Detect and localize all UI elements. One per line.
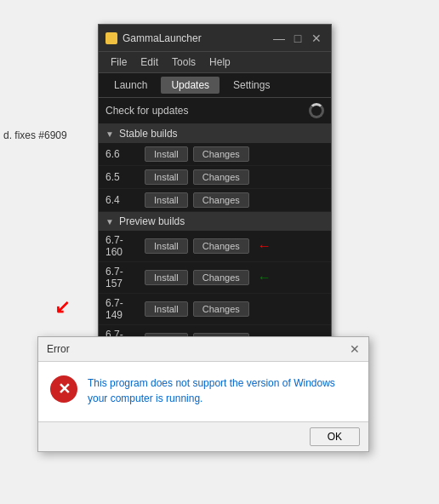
error-close-button[interactable]: ✕ — [350, 342, 360, 356]
error-message: This program does not support the versio… — [88, 375, 356, 406]
version-label-64: 6.4 — [105, 194, 140, 206]
error-body: ✕ This program does not support the vers… — [38, 362, 368, 421]
menu-edit[interactable]: Edit — [134, 54, 165, 71]
launcher-window: GammaLauncher — □ ✕ File Edit Tools Help… — [98, 24, 332, 358]
build-row-65: 6.5 Install Changes — [99, 166, 331, 189]
build-row-67-160: 6.7-160 Install Changes ← — [99, 231, 331, 262]
version-label-66: 6.6 — [105, 148, 140, 160]
install-button-65[interactable]: Install — [145, 169, 188, 185]
error-footer: OK — [38, 421, 368, 451]
changes-button-67-149[interactable]: Changes — [193, 301, 249, 317]
install-button-67-149[interactable]: Install — [145, 301, 188, 317]
error-text-highlight: Windows — [294, 377, 335, 389]
collapse-triangle-preview[interactable]: ▼ — [105, 217, 114, 226]
tab-updates[interactable]: Updates — [161, 77, 220, 94]
error-title-text: Error — [47, 343, 70, 355]
left-annotation: d. fixes #6909 — [0, 126, 71, 145]
version-label-67-160: 6.7-160 — [105, 234, 140, 258]
build-row-67-149: 6.7-149 Install Changes — [99, 294, 331, 325]
error-text-part1: This program does not support the versio… — [88, 377, 294, 389]
check-updates-row: Check for updates — [99, 98, 331, 124]
preview-builds-label: Preview builds — [119, 215, 185, 227]
tab-settings[interactable]: Settings — [223, 77, 280, 94]
changes-button-67-157[interactable]: Changes — [193, 270, 249, 285]
stable-builds-label: Stable builds — [119, 128, 178, 140]
build-row-67-157: 6.7-157 Install Changes ← — [99, 262, 331, 294]
build-row-66: 6.6 Install Changes — [99, 143, 331, 166]
changes-button-65[interactable]: Changes — [193, 169, 249, 185]
red-arrow-67-160: ← — [258, 238, 271, 254]
preview-builds-header: ▼ Preview builds — [99, 212, 331, 231]
loading-spinner — [309, 103, 324, 118]
tab-bar: Launch Updates Settings — [99, 73, 331, 98]
stable-builds-header: ▼ Stable builds — [99, 124, 331, 143]
menu-bar: File Edit Tools Help — [99, 52, 331, 73]
minimize-button[interactable]: — — [271, 32, 287, 45]
window-controls: — □ ✕ — [271, 32, 324, 45]
error-icon: ✕ — [50, 375, 77, 403]
menu-tools[interactable]: Tools — [165, 54, 202, 71]
annotation-red-arrow: ↙ — [54, 296, 70, 318]
menu-file[interactable]: File — [104, 54, 134, 71]
title-bar: GammaLauncher — □ ✕ — [99, 25, 331, 52]
menu-help[interactable]: Help — [202, 54, 237, 71]
green-arrow-67-157: ← — [258, 270, 271, 285]
changes-button-66[interactable]: Changes — [193, 146, 249, 162]
changes-button-64[interactable]: Changes — [193, 192, 249, 208]
tab-launch[interactable]: Launch — [104, 77, 157, 94]
error-text-part2: your computer is running. — [88, 392, 202, 404]
window-title: GammaLauncher — [123, 32, 271, 44]
version-label-67-157: 6.7-157 — [105, 266, 140, 289]
install-button-67-160[interactable]: Install — [145, 238, 188, 254]
close-button[interactable]: ✕ — [309, 32, 324, 45]
version-label-67-149: 6.7-149 — [105, 297, 140, 321]
maximize-button[interactable]: □ — [290, 32, 305, 45]
changes-button-67-160[interactable]: Changes — [193, 238, 249, 254]
build-row-64: 6.4 Install Changes — [99, 189, 331, 212]
collapse-triangle-stable[interactable]: ▼ — [105, 129, 114, 139]
app-icon — [105, 32, 117, 44]
install-button-67-157[interactable]: Install — [145, 270, 188, 285]
install-button-66[interactable]: Install — [145, 146, 188, 162]
check-updates-label: Check for updates — [105, 105, 309, 117]
install-button-64[interactable]: Install — [145, 192, 188, 208]
version-label-65: 6.5 — [105, 171, 140, 183]
error-title-bar: Error ✕ — [38, 337, 368, 362]
ok-button[interactable]: OK — [310, 427, 360, 446]
error-dialog: Error ✕ ✕ This program does not support … — [37, 336, 369, 452]
